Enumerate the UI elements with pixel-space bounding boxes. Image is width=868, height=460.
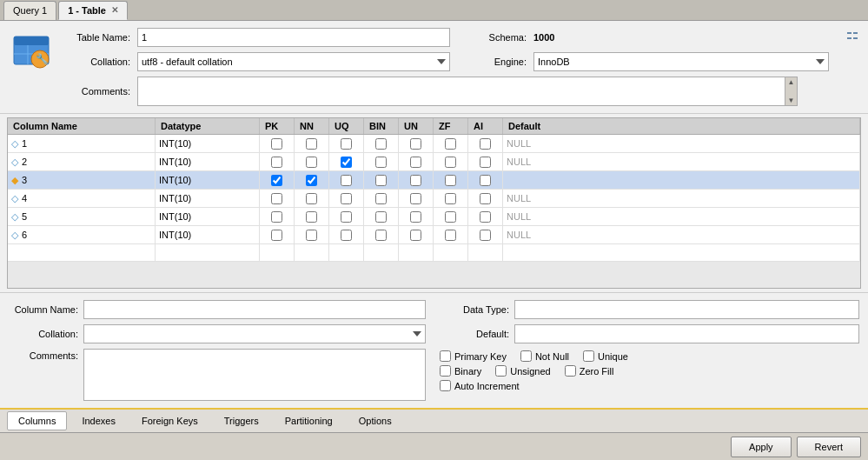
cell-zf-checkbox[interactable] (445, 193, 456, 204)
cell-pk-checkbox[interactable] (271, 193, 282, 204)
cell-nn-checkbox[interactable] (306, 193, 317, 204)
table-row[interactable]: ◇2 INT(10) NULL (8, 153, 860, 171)
checkbox-ai[interactable] (440, 380, 451, 391)
bottom-tab-options[interactable]: Options (348, 411, 403, 430)
cell-nn-checkbox[interactable] (306, 211, 317, 223)
tab-bar: Query 1 1 - Table ✕ (0, 0, 868, 21)
cell-ai-checkbox[interactable] (480, 138, 491, 150)
detail-panel: Column Name: Collation: utf8 - default c… (0, 292, 868, 408)
cell-pk-checkbox[interactable] (271, 138, 282, 150)
column-grid: Column Name Datatype PK NN UQ BIN UN ZF … (7, 117, 861, 289)
checkbox-pk-item[interactable]: Primary Key (440, 350, 507, 362)
revert-button[interactable]: Revert (797, 437, 861, 457)
cell-bin-checkbox[interactable] (375, 211, 387, 223)
scroll-down-arrow[interactable]: ▼ (788, 97, 795, 104)
cell-bin (364, 226, 399, 243)
cell-un-checkbox[interactable] (410, 157, 421, 168)
detail-comments-textarea[interactable] (83, 349, 426, 401)
table-row[interactable]: ◇6 INT(10) NULL (8, 226, 860, 244)
table-row[interactable]: ◆3 INT(10) (8, 171, 860, 190)
checkbox-zerofill[interactable] (565, 365, 576, 377)
cell-ai (468, 226, 503, 243)
collapse-button[interactable] (845, 30, 859, 46)
cell-uq-checkbox[interactable] (341, 157, 352, 168)
cell-ai-checkbox[interactable] (480, 211, 491, 223)
cell-uq-checkbox[interactable] (341, 230, 352, 241)
table-row[interactable]: ◇1 INT(10) NULL (8, 135, 860, 153)
checkbox-unique[interactable] (583, 350, 594, 362)
tab-query1[interactable]: Query 1 (3, 1, 56, 20)
checkbox-unique-item[interactable]: Unique (583, 350, 628, 362)
cell-un-checkbox[interactable] (410, 175, 421, 186)
cell-un-checkbox[interactable] (410, 138, 421, 150)
cell-un (399, 226, 434, 243)
diamond-icon: ◇ (11, 157, 18, 168)
cell-uq-checkbox[interactable] (341, 193, 352, 204)
bottom-tab-indexes[interactable]: Indexes (70, 411, 127, 430)
scroll-up-arrow[interactable]: ▲ (788, 78, 795, 86)
cell-un-checkbox[interactable] (410, 193, 421, 204)
cell-zf-checkbox[interactable] (445, 157, 456, 168)
empty-row[interactable] (8, 244, 860, 262)
cell-zf (434, 190, 468, 207)
cell-ai-checkbox[interactable] (480, 193, 491, 204)
cell-pk-checkbox[interactable] (271, 230, 282, 241)
checkbox-pk[interactable] (440, 350, 451, 362)
checkbox-nn[interactable] (520, 350, 532, 362)
table-row[interactable]: ◇4 INT(10) NULL (8, 190, 860, 208)
checkbox-unsigned-item[interactable]: Unsigned (495, 365, 550, 377)
cell-uq-checkbox[interactable] (341, 175, 352, 186)
cell-ai-checkbox[interactable] (480, 157, 491, 168)
cell-un-checkbox[interactable] (410, 211, 421, 223)
checkbox-unsigned[interactable] (495, 365, 507, 377)
cell-ai-checkbox[interactable] (480, 175, 491, 186)
cell-bin-checkbox[interactable] (375, 157, 387, 168)
cell-pk-checkbox[interactable] (271, 175, 282, 186)
header-ai: AI (468, 118, 503, 134)
cell-bin-checkbox[interactable] (375, 175, 387, 186)
default-value: NULL (507, 211, 531, 222)
detail-default-input[interactable] (514, 324, 859, 343)
detail-collation-select[interactable]: utf8 - default collation (83, 324, 426, 343)
cell-nn (295, 190, 329, 207)
cell-nn-checkbox[interactable] (306, 230, 317, 241)
table-name-input[interactable] (137, 28, 450, 47)
checkbox-nn-item[interactable]: Not Null (520, 350, 569, 362)
checkbox-binary[interactable] (440, 365, 451, 377)
cell-zf-checkbox[interactable] (445, 230, 456, 241)
cell-pk-checkbox[interactable] (271, 157, 282, 168)
cell-un-checkbox[interactable] (410, 230, 421, 241)
comments-textarea[interactable] (138, 77, 785, 105)
detail-datatype-input[interactable] (514, 300, 859, 319)
cell-uq-checkbox[interactable] (341, 138, 352, 150)
checkbox-binary-item[interactable]: Binary (440, 365, 481, 377)
cell-ai-checkbox[interactable] (480, 230, 491, 241)
cell-nn-checkbox[interactable] (306, 138, 317, 150)
top-form: 🔧 Table Name: Schema: 1000 Collation: ut… (0, 21, 868, 114)
cell-nn-checkbox[interactable] (306, 175, 317, 186)
apply-button[interactable]: Apply (731, 437, 792, 457)
tab-table1[interactable]: 1 - Table ✕ (58, 1, 128, 20)
checkbox-zerofill-item[interactable]: Zero Fill (565, 365, 614, 377)
detail-comments-label: Comments: (9, 350, 78, 361)
detail-column-name-input[interactable] (83, 300, 426, 319)
cell-bin-checkbox[interactable] (375, 193, 387, 204)
checkbox-ai-item[interactable]: Auto Increment (440, 380, 520, 391)
cell-zf-checkbox[interactable] (445, 211, 456, 223)
checkbox-ai-label: Auto Increment (454, 381, 520, 391)
bottom-tab-triggers[interactable]: Triggers (213, 411, 270, 430)
cell-zf-checkbox[interactable] (445, 175, 456, 186)
table-row[interactable]: ◇5 INT(10) NULL (8, 208, 860, 226)
collation-select[interactable]: utf8 - default collation latin1 - defaul… (137, 52, 450, 71)
engine-select[interactable]: InnoDB MyISAM MEMORY CSV (533, 52, 829, 71)
cell-bin-checkbox[interactable] (375, 230, 387, 241)
bottom-tab-partitioning[interactable]: Partitioning (274, 411, 344, 430)
cell-nn-checkbox[interactable] (306, 157, 317, 168)
cell-zf-checkbox[interactable] (445, 138, 456, 150)
bottom-tab-foreign-keys[interactable]: Foreign Keys (130, 411, 209, 430)
tab-table1-close[interactable]: ✕ (111, 5, 118, 15)
cell-pk-checkbox[interactable] (271, 211, 282, 223)
cell-bin-checkbox[interactable] (375, 138, 387, 150)
cell-uq-checkbox[interactable] (341, 211, 352, 223)
bottom-tab-columns[interactable]: Columns (7, 411, 67, 430)
